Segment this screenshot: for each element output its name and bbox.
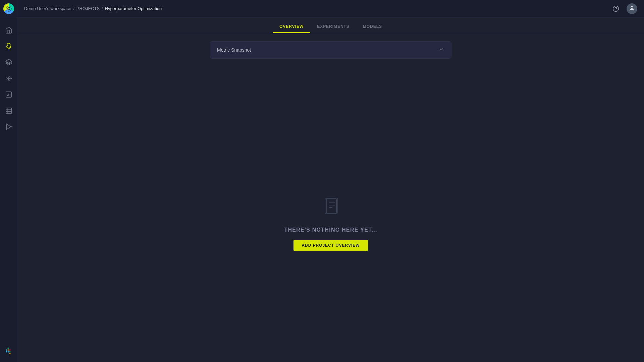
breadcrumb-current: Hyperparameter Optimization (105, 6, 162, 11)
svg-rect-26 (9, 353, 10, 354)
content-area: OVERVIEW EXPERIMENTS MODELS Metric Snaps… (17, 17, 644, 362)
svg-marker-17 (6, 124, 11, 130)
breadcrumb: Demo User's workspace / PROJECTS / Hyper… (24, 6, 162, 11)
page-body: Metric Snapshot (17, 33, 644, 362)
deploy-icon (5, 123, 12, 130)
sidebar-item-tables[interactable] (1, 103, 16, 118)
svg-rect-21 (7, 348, 9, 349)
empty-state: THERE'S NOTHING HERE YET... ADD PROJECT … (284, 92, 377, 354)
pipeline-icon (5, 75, 12, 82)
svg-point-6 (8, 80, 9, 81)
svg-rect-22 (7, 349, 9, 351)
tab-overview[interactable]: OVERVIEW (273, 20, 310, 33)
layers-icon (5, 59, 12, 66)
user-icon (629, 6, 635, 12)
svg-point-5 (8, 76, 9, 77)
add-project-overview-button[interactable]: ADD PROJECT OVERVIEW (293, 240, 368, 251)
svg-rect-31 (326, 198, 338, 213)
svg-rect-24 (9, 349, 10, 351)
sidebar-item-slack[interactable] (1, 343, 16, 358)
empty-state-icon (319, 195, 342, 220)
sidebar-item-reports[interactable] (1, 87, 16, 102)
tab-experiments[interactable]: EXPERIMENTS (310, 20, 356, 33)
breadcrumb-projects[interactable]: PROJECTS (76, 6, 100, 11)
metric-snapshot-label: Metric Snapshot (217, 47, 251, 53)
breadcrumb-sep-1: / (73, 6, 74, 11)
sidebar-item-home[interactable] (1, 23, 16, 38)
topbar-actions (610, 3, 637, 14)
breadcrumb-workspace[interactable]: Demo User's workspace (24, 6, 71, 11)
topbar: Demo User's workspace / PROJECTS / Hyper… (17, 0, 644, 17)
tables-icon (5, 107, 12, 114)
main-content: Demo User's workspace / PROJECTS / Hyper… (17, 0, 644, 362)
svg-rect-25 (9, 351, 10, 353)
tab-models[interactable]: MODELS (356, 20, 389, 33)
svg-rect-19 (5, 349, 7, 351)
help-button[interactable] (610, 3, 621, 14)
user-avatar[interactable] (627, 3, 637, 14)
svg-rect-30 (325, 199, 336, 214)
sidebar: C (0, 0, 17, 362)
sidebar-item-pipelines[interactable] (1, 71, 16, 86)
tabs-bar: OVERVIEW EXPERIMENTS MODELS (17, 17, 644, 33)
sidebar-item-datasets[interactable] (1, 55, 16, 70)
svg-rect-23 (7, 351, 9, 353)
svg-point-29 (631, 6, 633, 8)
logo-icon: C (3, 3, 14, 14)
metric-snapshot-dropdown[interactable]: Metric Snapshot (210, 41, 451, 59)
logo[interactable]: C (0, 0, 17, 17)
breadcrumb-sep-2: / (102, 6, 103, 11)
empty-state-text: THERE'S NOTHING HERE YET... (284, 227, 377, 233)
svg-point-4 (10, 78, 11, 79)
sidebar-item-experiments[interactable] (1, 39, 16, 54)
svg-point-27 (613, 6, 619, 11)
sidebar-nav (0, 20, 17, 339)
svg-rect-13 (6, 108, 11, 114)
reports-icon (5, 91, 12, 98)
sidebar-item-deploy[interactable] (1, 119, 16, 134)
svg-rect-20 (5, 351, 7, 353)
help-icon (612, 5, 619, 12)
slack-icon (5, 347, 12, 354)
chevron-down-icon (438, 46, 444, 54)
sidebar-bottom (1, 339, 16, 362)
home-icon (5, 26, 12, 34)
svg-text:C: C (7, 6, 10, 11)
brain-icon (5, 43, 12, 50)
svg-point-3 (6, 78, 7, 79)
